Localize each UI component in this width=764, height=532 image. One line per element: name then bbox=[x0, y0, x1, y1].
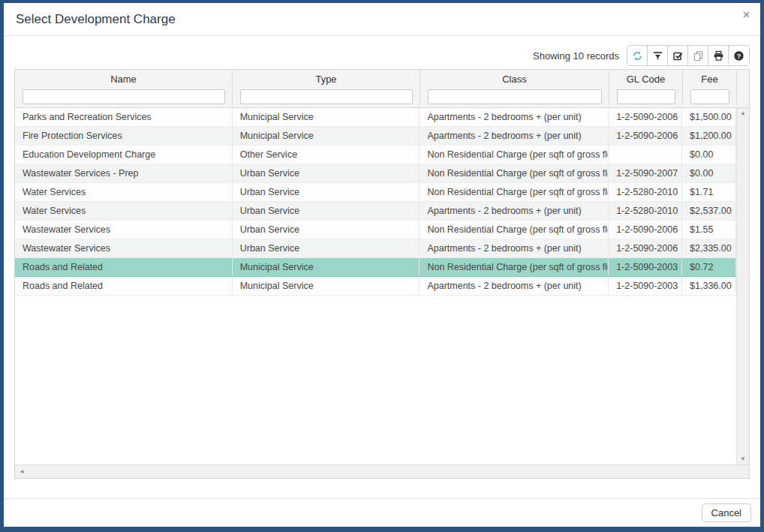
grid-rows: Parks and Recreation ServicesMunicipal S… bbox=[15, 108, 736, 464]
copy-icon bbox=[693, 50, 704, 62]
table-row[interactable]: Water ServicesUrban ServiceApartments - … bbox=[15, 202, 736, 221]
cell-fee: $1,336.00 bbox=[682, 277, 736, 295]
print-button[interactable] bbox=[708, 46, 729, 65]
filter-cell-fee bbox=[683, 89, 737, 105]
filter-cell-name bbox=[15, 89, 233, 105]
cell-name: Wastewater Services - Prep bbox=[15, 164, 233, 182]
table-row[interactable]: Wastewater Services - PrepUrban ServiceN… bbox=[15, 164, 736, 183]
cell-class: Non Residential Charge (per sqft of gros… bbox=[420, 146, 609, 164]
cell-name: Education Development Charge bbox=[15, 146, 233, 164]
scroll-up-icon[interactable]: ▲ bbox=[740, 110, 746, 116]
table-row[interactable]: Parks and Recreation ServicesMunicipal S… bbox=[15, 108, 736, 127]
column-header-name[interactable]: Name bbox=[15, 70, 233, 89]
scroll-left-icon[interactable]: ◄ bbox=[19, 469, 25, 475]
refresh-icon bbox=[632, 50, 643, 62]
cell-gl_code: 1-2-5090-2003 bbox=[609, 277, 682, 295]
filter-button[interactable] bbox=[648, 46, 668, 65]
svg-text:?: ? bbox=[737, 52, 741, 59]
cell-class: Non Residential Charge (per sqft of gros… bbox=[420, 164, 609, 182]
table-row[interactable]: Wastewater ServicesUrban ServiceApartmen… bbox=[15, 239, 736, 258]
cell-name: Roads and Related bbox=[15, 258, 233, 276]
column-header-fee[interactable]: Fee bbox=[683, 70, 737, 89]
cell-gl_code: 1-2-5090-2003 bbox=[609, 258, 682, 276]
header-filler bbox=[737, 70, 749, 89]
select-button[interactable] bbox=[668, 46, 688, 65]
cell-name: Water Services bbox=[15, 202, 233, 220]
cell-type: Urban Service bbox=[233, 239, 420, 257]
print-icon bbox=[713, 50, 724, 62]
cell-fee: $1,500.00 bbox=[682, 108, 736, 126]
close-icon[interactable]: × bbox=[743, 9, 750, 21]
filter-input-type[interactable] bbox=[240, 89, 413, 104]
cell-name: Fire Protection Services bbox=[15, 127, 233, 145]
cell-fee: $2,335.00 bbox=[682, 239, 736, 257]
help-icon: ? bbox=[733, 50, 744, 62]
cell-name: Parks and Recreation Services bbox=[15, 108, 233, 126]
cell-gl_code: 1-2-5090-2006 bbox=[609, 221, 682, 239]
dialog-titlebar: Select Development Charge × bbox=[4, 3, 760, 36]
cell-class: Apartments - 2 bedrooms + (per unit) bbox=[420, 127, 609, 145]
grid-toolbar-row: Showing 10 records ? bbox=[14, 45, 750, 66]
cell-name: Water Services bbox=[15, 183, 233, 201]
cell-class: Apartments - 2 bedrooms + (per unit) bbox=[420, 202, 609, 220]
cell-gl_code: 1-2-5280-2010 bbox=[609, 202, 682, 220]
cancel-button[interactable]: Cancel bbox=[702, 503, 751, 522]
cell-fee: $0.00 bbox=[682, 146, 736, 164]
filter-filler bbox=[737, 89, 749, 105]
cell-name: Roads and Related bbox=[15, 277, 233, 295]
cell-fee: $1.55 bbox=[682, 221, 736, 239]
grid-toolbar: ? bbox=[627, 45, 750, 66]
help-button[interactable]: ? bbox=[729, 46, 749, 65]
cell-gl_code: 1-2-5090-2006 bbox=[609, 127, 682, 145]
cell-type: Urban Service bbox=[233, 164, 420, 182]
horizontal-scrollbar[interactable]: ◄ bbox=[15, 464, 749, 478]
cell-gl_code: 1-2-5090-2006 bbox=[609, 108, 682, 126]
column-header-gl_code[interactable]: GL Code bbox=[609, 70, 683, 89]
select-development-charge-dialog: Select Development Charge × Showing 10 r… bbox=[0, 0, 764, 532]
development-charges-grid: NameTypeClassGL CodeFee Parks and Recrea… bbox=[14, 69, 750, 479]
filter-input-name[interactable] bbox=[23, 89, 225, 104]
check-square-icon bbox=[672, 50, 684, 62]
column-header-type[interactable]: Type bbox=[233, 70, 420, 89]
cell-type: Urban Service bbox=[233, 221, 420, 239]
refresh-button[interactable] bbox=[627, 46, 648, 65]
column-header-class[interactable]: Class bbox=[420, 70, 609, 89]
filter-cell-class bbox=[420, 89, 609, 105]
vertical-scrollbar[interactable]: ▲ ▼ bbox=[736, 108, 749, 464]
cell-type: Other Service bbox=[233, 146, 420, 164]
cell-name: Wastewater Services bbox=[15, 239, 233, 257]
cell-class: Non Residential Charge (per sqft of gros… bbox=[420, 258, 609, 276]
filter-input-class[interactable] bbox=[428, 89, 602, 104]
cell-type: Municipal Service bbox=[233, 277, 420, 295]
cell-type: Municipal Service bbox=[233, 108, 420, 126]
cell-class: Apartments - 2 bedrooms + (per unit) bbox=[420, 239, 609, 257]
cell-class: Non Residential Charge (per sqft of gros… bbox=[420, 183, 609, 201]
dialog-title: Select Development Charge bbox=[16, 12, 176, 27]
cell-fee: $0.00 bbox=[682, 164, 736, 182]
cell-type: Urban Service bbox=[233, 183, 420, 201]
cell-gl_code: 1-2-5090-2007 bbox=[609, 164, 682, 182]
filter-cell-gl_code bbox=[609, 89, 683, 105]
filter-input-gl_code[interactable] bbox=[617, 89, 675, 104]
cell-class: Non Residential Charge (per sqft of gros… bbox=[420, 221, 609, 239]
grid-body: Parks and Recreation ServicesMunicipal S… bbox=[15, 108, 749, 464]
cell-class: Apartments - 2 bedrooms + (per unit) bbox=[420, 277, 609, 295]
table-row[interactable]: Wastewater ServicesUrban ServiceNon Resi… bbox=[15, 221, 736, 239]
cell-type: Municipal Service bbox=[233, 127, 420, 145]
table-row[interactable]: Education Development ChargeOther Servic… bbox=[15, 146, 736, 164]
cell-type: Municipal Service bbox=[233, 258, 420, 276]
cell-fee: $1.71 bbox=[682, 183, 736, 201]
copy-button[interactable] bbox=[688, 46, 708, 65]
cell-fee: $1,200.00 bbox=[682, 127, 736, 145]
cell-gl_code bbox=[609, 146, 682, 164]
scroll-down-icon[interactable]: ▼ bbox=[740, 456, 746, 462]
table-row[interactable]: Roads and RelatedMunicipal ServiceNon Re… bbox=[15, 258, 736, 277]
table-row[interactable]: Water ServicesUrban ServiceNon Residenti… bbox=[15, 183, 736, 202]
filter-cell-type bbox=[233, 89, 420, 105]
filter-input-fee[interactable] bbox=[690, 89, 729, 104]
cell-gl_code: 1-2-5090-2006 bbox=[609, 239, 682, 257]
dialog-footer: Cancel bbox=[4, 498, 760, 527]
table-row[interactable]: Fire Protection ServicesMunicipal Servic… bbox=[15, 127, 736, 146]
table-row[interactable]: Roads and RelatedMunicipal ServiceApartm… bbox=[15, 277, 736, 296]
cell-class: Apartments - 2 bedrooms + (per unit) bbox=[420, 108, 609, 126]
